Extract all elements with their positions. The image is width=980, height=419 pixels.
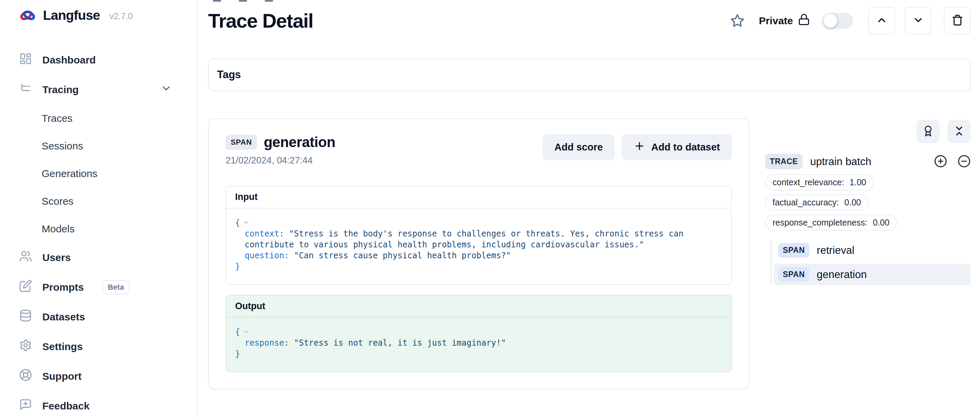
sidebar-item-label: Support — [42, 371, 81, 382]
sidebar-item-label: Sessions — [41, 140, 83, 152]
span-type-badge: SPAN — [226, 135, 257, 150]
chevron-down-icon[interactable] — [161, 83, 172, 97]
score-value: 1.00 — [850, 177, 866, 187]
output-json-viewer: { response: "Stress is not real, it is j… — [226, 318, 731, 371]
sidebar-item-models[interactable]: Models — [19, 215, 197, 242]
tracing-icon — [19, 82, 32, 97]
database-icon — [19, 309, 32, 325]
observation-tree: SPAN retrieval SPAN generation — [770, 239, 971, 285]
main-content: Trace Detail Private — [197, 0, 980, 419]
chevrons-down-up-icon — [953, 125, 965, 138]
add-score-button[interactable]: Add score — [542, 134, 615, 160]
close-brace: } — [235, 262, 240, 271]
add-to-dataset-label: Add to dataset — [651, 142, 720, 153]
span-type-badge: SPAN — [778, 243, 810, 258]
sidebar-nav: Dashboard Tracing Traces Sessions Genera… — [19, 45, 197, 419]
json-entry: context: "Stress is the body's response … — [235, 228, 722, 250]
close-brace: } — [235, 349, 240, 358]
breadcrumb — [213, 0, 273, 2]
beta-badge: Beta — [102, 280, 130, 295]
span-header: SPAN generation 21/02/2024, 04:27:44 Add… — [226, 134, 732, 166]
observation-label: retrieval — [817, 244, 854, 256]
sidebar: Langfuse v2.7.0 Dashboard Tracing — [0, 0, 197, 419]
sidebar-item-label: Tracing — [42, 84, 79, 96]
add-score-label: Add score — [555, 142, 603, 153]
trace-root-row[interactable]: TRACE uptrain batch — [765, 154, 971, 169]
dashboard-icon — [19, 52, 32, 68]
circle-minus-icon — [958, 155, 971, 169]
gear-icon — [19, 339, 32, 354]
message-square-plus-icon — [19, 398, 32, 414]
span-actions: Add score Add to dataset — [542, 134, 732, 160]
scores-award-button[interactable] — [916, 120, 940, 143]
sidebar-item-datasets[interactable]: Datasets — [19, 302, 197, 331]
collapse-tree-button[interactable] — [948, 120, 971, 143]
delete-trace-button[interactable] — [944, 7, 971, 35]
input-panel: Input { context: "Stress is the body's r… — [226, 186, 732, 285]
users-icon — [19, 250, 32, 265]
span-heading: SPAN generation 21/02/2024, 04:27:44 — [226, 134, 336, 166]
sidebar-item-settings[interactable]: Settings — [19, 331, 197, 361]
span-type-badge: SPAN — [778, 267, 810, 282]
sidebar-item-users[interactable]: Users — [19, 242, 197, 272]
score-value: 0.00 — [873, 218, 889, 228]
collapse-json-icon[interactable] — [243, 327, 250, 338]
public-toggle[interactable] — [822, 13, 853, 29]
score-pill: response_completeness: 0.00 — [765, 215, 897, 231]
json-open-brace-line: { — [235, 217, 722, 228]
json-key: response: — [245, 338, 289, 348]
trace-row-icons — [934, 155, 971, 169]
open-brace: { — [235, 327, 240, 337]
json-value: "Can stress cause physical health proble… — [294, 251, 511, 260]
collapse-all-button[interactable] — [958, 155, 971, 169]
page-header: Trace Detail Private — [208, 0, 971, 35]
collapse-json-icon[interactable] — [243, 217, 250, 228]
sidebar-item-dashboard[interactable]: Dashboard — [19, 45, 197, 75]
tags-card[interactable]: Tags — [208, 58, 971, 91]
json-open-brace-line: { — [235, 327, 722, 338]
score-pill: factual_accuracy: 0.00 — [765, 194, 869, 210]
sidebar-item-label: Datasets — [42, 311, 85, 323]
json-key: context: — [245, 229, 284, 239]
bookmark-star-icon[interactable] — [730, 14, 745, 28]
sidebar-item-label: Feedback — [42, 400, 89, 412]
json-key: question: — [245, 251, 289, 260]
sidebar-item-scores[interactable]: Scores — [19, 187, 197, 215]
add-to-dataset-button[interactable]: Add to dataset — [622, 134, 732, 160]
lock-icon — [798, 13, 810, 28]
observation-row-retrieval[interactable]: SPAN retrieval — [773, 239, 971, 261]
app-name: Langfuse — [43, 8, 100, 23]
score-name: context_relevance: — [773, 177, 844, 187]
prev-trace-button[interactable] — [868, 7, 895, 35]
span-timestamp: 21/02/2024, 04:27:44 — [226, 155, 336, 166]
sidebar-item-tracing[interactable]: Tracing — [19, 75, 197, 104]
langfuse-logo-icon — [19, 7, 36, 24]
award-ribbon-icon — [922, 125, 934, 138]
sidebar-item-label: Generations — [41, 168, 97, 180]
score-pill: context_relevance: 1.00 — [765, 174, 874, 190]
chevron-up-icon — [876, 14, 888, 27]
sidebar-item-generations[interactable]: Generations — [19, 160, 197, 187]
span-title: generation — [264, 134, 336, 150]
sidebar-item-label: Prompts — [42, 282, 84, 293]
sidebar-item-label: Settings — [42, 341, 83, 352]
observation-row-generation[interactable]: SPAN generation — [773, 264, 971, 285]
next-trace-button[interactable] — [905, 7, 932, 35]
sidebar-item-feedback[interactable]: Feedback — [19, 391, 197, 419]
sidebar-item-label: Traces — [41, 113, 73, 124]
sidebar-item-label: Scores — [41, 196, 73, 207]
output-panel: Output { response: "Stress is not real, … — [226, 295, 732, 372]
app-logo[interactable]: Langfuse v2.7.0 — [19, 5, 197, 26]
json-value: "Stress is the body's response to challe… — [245, 229, 684, 249]
score-value: 0.00 — [845, 198, 861, 207]
plus-icon — [634, 140, 645, 154]
expand-all-button[interactable] — [934, 155, 947, 169]
output-panel-title: Output — [226, 295, 731, 318]
sidebar-item-traces[interactable]: Traces — [19, 104, 197, 132]
trace-panel-actions — [765, 120, 971, 143]
sidebar-item-support[interactable]: Support — [19, 361, 197, 391]
sidebar-item-prompts[interactable]: Prompts Beta — [19, 272, 197, 302]
sidebar-item-sessions[interactable]: Sessions — [19, 132, 197, 160]
app-version: v2.7.0 — [110, 11, 133, 21]
json-close-brace-line: } — [235, 261, 722, 272]
